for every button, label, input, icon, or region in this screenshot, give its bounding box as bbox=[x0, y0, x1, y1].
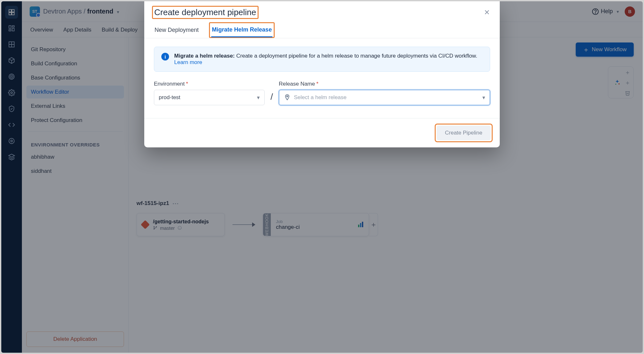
chevron-down-icon: ▾ bbox=[482, 94, 485, 101]
environment-label: Environment* bbox=[154, 81, 265, 87]
release-placeholder: Select a helm release bbox=[294, 94, 346, 101]
info-icon: i bbox=[161, 53, 169, 61]
create-pipeline-button[interactable]: Create Pipeline bbox=[437, 126, 491, 140]
separator: / bbox=[270, 92, 273, 102]
modal-tabs: New Deployment Migrate Helm Release bbox=[144, 20, 500, 38]
info-banner: i Migrate a helm release: Create a deplo… bbox=[154, 47, 490, 72]
tab-new-deployment[interactable]: New Deployment bbox=[154, 23, 199, 38]
highlight-create-button: Create Pipeline bbox=[435, 124, 493, 142]
close-icon[interactable]: ✕ bbox=[482, 7, 492, 18]
svg-point-31 bbox=[287, 96, 288, 97]
release-name-select[interactable]: Select a helm release ▾ bbox=[279, 90, 490, 105]
helm-icon bbox=[284, 94, 291, 101]
release-name-label: Release Name* bbox=[279, 81, 490, 87]
app-frame: ST Devtron Apps / frontend ▾ Help ▾ B Ov… bbox=[1, 1, 643, 353]
create-deployment-modal: Create deployment pipeline ✕ New Deploym… bbox=[144, 1, 500, 147]
tab-migrate-helm[interactable]: Migrate Helm Release bbox=[211, 23, 272, 37]
banner-text: Create a deployment pipeline for a helm … bbox=[235, 53, 477, 59]
banner-strong: Migrate a helm release: bbox=[174, 53, 235, 59]
highlight-title: Create deployment pipeline bbox=[152, 6, 259, 19]
learn-more-link[interactable]: Learn more bbox=[174, 59, 202, 65]
modal-title: Create deployment pipeline bbox=[154, 7, 256, 17]
chevron-down-icon: ▾ bbox=[257, 94, 260, 101]
environment-select[interactable]: prod-test ▾ bbox=[154, 90, 265, 105]
highlight-tab: Migrate Helm Release bbox=[209, 22, 275, 38]
environment-value: prod-test bbox=[159, 94, 180, 101]
